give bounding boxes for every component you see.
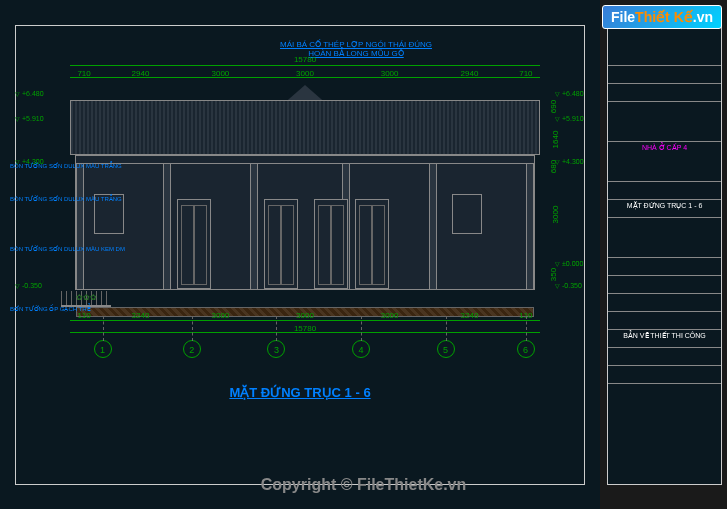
grid-label: 6 bbox=[523, 345, 528, 355]
grid-line bbox=[446, 316, 447, 341]
level-2: +5.910 bbox=[15, 115, 44, 122]
tb-row bbox=[608, 84, 721, 102]
door-4 bbox=[355, 199, 389, 289]
watermark-center: Copyright © FileThietKe.vn bbox=[261, 476, 467, 494]
roof bbox=[70, 90, 540, 160]
tb-row bbox=[608, 218, 721, 258]
dim-seg-1: 2940 bbox=[132, 69, 150, 78]
wall-note-2: BÒN TƯỜNG SƠN DULUX MÀU TRẮNG bbox=[10, 195, 122, 202]
level-1: +6.480 bbox=[15, 90, 44, 97]
tb-row bbox=[608, 66, 721, 84]
bdim-3: 3000 bbox=[296, 311, 314, 320]
dim-seg-3: 3000 bbox=[296, 69, 314, 78]
grid-2: 2 bbox=[183, 340, 201, 358]
dim-line-bot bbox=[70, 320, 540, 321]
tb-row bbox=[608, 348, 721, 366]
vdim-2: 1640 bbox=[551, 131, 560, 149]
watermark-logo: FileThiết Kế.vn bbox=[602, 5, 722, 29]
grid-line bbox=[361, 316, 362, 341]
level-r3: +4.300 bbox=[555, 158, 584, 165]
dim-seg-4: 3000 bbox=[381, 69, 399, 78]
column-6 bbox=[526, 164, 534, 289]
tb-row bbox=[608, 294, 721, 312]
tb-row bbox=[608, 366, 721, 384]
grid-label: 1 bbox=[100, 345, 105, 355]
dimension-right: +6.480 +5.910 +4.300 ±0.000 -0.350 690 1… bbox=[545, 90, 595, 310]
tb-row bbox=[608, 258, 721, 276]
grid-6: 6 bbox=[517, 340, 535, 358]
fascia bbox=[76, 156, 534, 164]
dimension-bottom: 110 3240 3000 3000 3000 3240 110 15780 bbox=[70, 320, 540, 340]
grid-bubbles: 1 2 3 4 5 6 bbox=[70, 340, 540, 380]
tb-logo-area bbox=[608, 26, 721, 66]
note-line1: MÁI BÁ CỐ THÉP LỢP NGÓI THÁI ĐÚNG bbox=[280, 40, 432, 49]
wall-note-1: BÒN TƯỜNG SƠN DULUX MÀU TRẮNG bbox=[10, 162, 122, 169]
grid-4: 4 bbox=[352, 340, 370, 358]
tb-row bbox=[608, 312, 721, 330]
level-r6: -0.350 bbox=[555, 282, 582, 289]
column-5 bbox=[429, 164, 437, 289]
dim-total: 15780 bbox=[294, 55, 316, 64]
grid-label: 5 bbox=[443, 345, 448, 355]
level-r1: +6.480 bbox=[555, 90, 584, 97]
grid-line bbox=[103, 316, 104, 341]
grid-label: 3 bbox=[274, 345, 279, 355]
dim-seg-6: 710 bbox=[519, 69, 532, 78]
logo-suffix: .vn bbox=[693, 9, 713, 25]
bdim-1: 3240 bbox=[132, 311, 150, 320]
column-1 bbox=[76, 164, 84, 289]
column-3 bbox=[250, 164, 258, 289]
vdim-3: 680 bbox=[549, 160, 558, 173]
level-r2: +5.910 bbox=[555, 115, 584, 122]
dim-line-total bbox=[70, 65, 540, 66]
titleblock: NHÀ Ở CẤP 4 MẶT ĐỨNG TRỤC 1 - 6 BẢN VẼ T… bbox=[607, 25, 722, 485]
grid-label: 2 bbox=[189, 345, 194, 355]
grid-line bbox=[192, 316, 193, 341]
level-r5: ±0.000 bbox=[555, 260, 583, 267]
tb-owner: NHÀ Ở CẤP 4 bbox=[608, 142, 721, 182]
dimension-left: +6.480 +5.910 +4.300 -0.350 BÒN TƯỜNG SƠ… bbox=[15, 90, 70, 310]
window-2 bbox=[452, 194, 482, 234]
bdim-0: 110 bbox=[77, 311, 90, 320]
grid-label: 4 bbox=[358, 345, 363, 355]
cad-viewport[interactable]: MÁI BÁ CỐ THÉP LỢP NGÓI THÁI ĐÚNG HOÀN B… bbox=[0, 0, 600, 509]
tb-row bbox=[608, 276, 721, 294]
tb-row bbox=[608, 182, 721, 200]
wall-note-3: BÒN TƯỜNG SƠN DULUX MÀU KEM DM bbox=[10, 245, 125, 252]
logo-prefix: File bbox=[611, 9, 635, 25]
tb-row bbox=[608, 102, 721, 142]
bdim-2: 3000 bbox=[211, 311, 229, 320]
dim-seg-0: 710 bbox=[77, 69, 90, 78]
grid-line bbox=[276, 316, 277, 341]
bdim-4: 3000 bbox=[381, 311, 399, 320]
wall: ✿✿✿ bbox=[75, 155, 535, 290]
grid-5: 5 bbox=[437, 340, 455, 358]
vdim-5: 350 bbox=[549, 268, 558, 281]
columns bbox=[76, 164, 534, 289]
grid-line bbox=[526, 316, 527, 341]
tb-stage: BẢN VẼ THIẾT THI CÔNG bbox=[608, 330, 721, 348]
bdim-total: 15780 bbox=[294, 324, 316, 333]
vdim-4: 3000 bbox=[551, 206, 560, 224]
tb-sheet-title: MẶT ĐỨNG TRỤC 1 - 6 bbox=[608, 200, 721, 218]
dim-seg-2: 3000 bbox=[211, 69, 229, 78]
door-2 bbox=[264, 199, 298, 289]
drawing-title: MẶT ĐỨNG TRỤC 1 - 6 bbox=[229, 385, 370, 400]
plant-icon: ✿✿✿ bbox=[76, 293, 106, 305]
door-3 bbox=[314, 199, 348, 289]
dim-seg-5: 2940 bbox=[461, 69, 479, 78]
building-elevation: ✿✿✿ bbox=[70, 90, 540, 310]
grid-3: 3 bbox=[267, 340, 285, 358]
roof-slope bbox=[70, 100, 540, 155]
bdim-5: 3240 bbox=[461, 311, 479, 320]
level-6: -0.350 bbox=[15, 282, 42, 289]
grid-1: 1 bbox=[94, 340, 112, 358]
logo-mid: Thiết Kế bbox=[635, 9, 693, 25]
door-1 bbox=[177, 199, 211, 289]
column-2 bbox=[163, 164, 171, 289]
vdim-1: 690 bbox=[549, 100, 558, 113]
